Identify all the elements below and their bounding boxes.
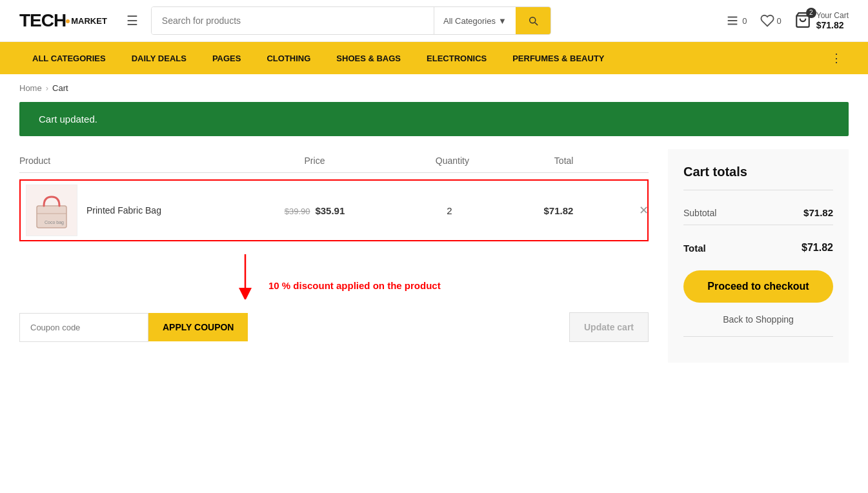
cart-total-group: Your Cart $71.82 <box>816 11 849 30</box>
main-content: Product Price Quantity Total <box>0 149 868 388</box>
compare-icon-group[interactable]: 0 <box>725 14 747 28</box>
cart-row: Coco bag Printed Fabric Bag $39.90 $35.9… <box>19 179 649 241</box>
apply-coupon-button[interactable]: Apply coupon <box>148 313 248 341</box>
header: TECH MARKET ☰ All Categories ▼ 0 <box>0 0 868 42</box>
logo-market-text: MARKET <box>71 16 107 26</box>
svg-text:Coco bag: Coco bag <box>45 220 64 225</box>
subtotal-row: Subtotal $71.82 <box>683 201 833 225</box>
cart-icon-group[interactable]: 2 Your Cart $71.82 <box>794 11 849 30</box>
totals-divider-1 <box>683 190 833 190</box>
search-bar: All Categories ▼ <box>151 6 551 35</box>
coupon-input[interactable] <box>19 313 148 342</box>
nav-item-clothing[interactable]: CLOTHING <box>254 45 323 72</box>
logo[interactable]: TECH MARKET <box>19 10 107 31</box>
nav-item-shoes-bags[interactable]: SHOES & BAGS <box>323 45 414 72</box>
breadcrumb-home[interactable]: Home <box>19 83 42 93</box>
col-header-remove <box>623 156 649 166</box>
search-button[interactable] <box>516 7 550 34</box>
search-input[interactable] <box>152 7 434 34</box>
subtotal-label: Subtotal <box>683 208 716 218</box>
totals-divider-3 <box>683 336 833 337</box>
qty-cell: 2 <box>398 205 501 216</box>
col-header-quantity: Quantity <box>400 156 505 166</box>
back-to-shopping-link[interactable]: Back to Shopping <box>683 310 833 328</box>
cart-product-row-wrapper: Coco bag Printed Fabric Bag $39.90 $35.9… <box>19 173 649 248</box>
breadcrumb-separator: › <box>46 83 48 93</box>
breadcrumb: Home › Cart <box>0 74 868 102</box>
cart-total-price: $71.82 <box>816 20 849 30</box>
logo-dot <box>66 19 70 23</box>
nav-item-all-categories[interactable]: ALL CATEGORIES <box>19 45 119 72</box>
hamburger-menu-icon[interactable]: ☰ <box>126 13 138 28</box>
discount-annotation: 10 % discount applied on the product <box>19 254 649 299</box>
totals-divider-2 <box>683 225 833 225</box>
total-value: $71.82 <box>802 242 833 254</box>
total-label: Total <box>683 243 706 254</box>
nav-bar: ALL CATEGORIES DAILY DEALS PAGES CLOTHIN… <box>0 42 868 74</box>
product-cell: Coco bag Printed Fabric Bag <box>26 185 231 236</box>
cart-totals-title: Cart totals <box>683 165 833 179</box>
nav-item-pages[interactable]: PAGES <box>199 45 254 72</box>
heart-icon <box>760 14 774 28</box>
cart-totals: Cart totals Subtotal $71.82 Total $71.82… <box>668 149 849 363</box>
bag-image-svg: Coco bag <box>29 188 74 233</box>
cart-updated-banner: Cart updated. <box>19 102 849 136</box>
nav-item-daily-deals[interactable]: DAILY DEALS <box>119 45 199 72</box>
breadcrumb-current: Cart <box>52 83 68 93</box>
col-header-product: Product <box>19 156 229 166</box>
checkout-button[interactable]: Proceed to checkout <box>683 270 833 303</box>
cart-updated-message: Cart updated. <box>39 114 97 125</box>
remove-button[interactable]: ✕ <box>639 203 649 217</box>
header-icons: 0 0 2 Your Cart $71.82 <box>725 11 849 30</box>
wishlist-icon-group[interactable]: 0 <box>760 14 782 28</box>
discount-arrow-icon <box>226 254 265 299</box>
total-row: Total $71.82 <box>683 236 833 260</box>
subtotal-value: $71.82 <box>803 207 833 218</box>
price-cell: $39.90 $35.91 <box>237 205 392 216</box>
compare-icon <box>725 14 740 28</box>
compare-count: 0 <box>742 16 747 26</box>
chevron-down-icon: ▼ <box>498 16 507 26</box>
cart-actions: Apply coupon Update cart <box>19 312 649 342</box>
cart-icon-wrap: 2 <box>794 12 811 30</box>
nav-item-electronics[interactable]: ELECTRONICS <box>414 45 500 72</box>
logo-tech-text: TECH <box>19 10 66 31</box>
product-name: Printed Fabric Bag <box>86 205 161 216</box>
category-dropdown[interactable]: All Categories ▼ <box>434 7 516 34</box>
price-sale: $35.91 <box>315 205 345 216</box>
price-original: $39.90 <box>285 206 310 216</box>
cart-table-header: Product Price Quantity Total <box>19 149 649 173</box>
discount-annotation-text: 10 % discount applied on the product <box>268 254 441 291</box>
total-cell: $71.82 <box>507 205 610 216</box>
cart-count-badge: 2 <box>806 8 816 18</box>
wishlist-count: 0 <box>777 16 782 26</box>
category-label: All Categories <box>443 16 496 26</box>
update-cart-button[interactable]: Update cart <box>569 312 649 342</box>
cart-table: Product Price Quantity Total <box>19 149 649 363</box>
nav-item-perfumes-beauty[interactable]: PERFUMES & BEAUTY <box>500 45 617 72</box>
your-cart-label: Your Cart <box>816 11 849 20</box>
search-icon <box>527 15 539 26</box>
col-header-total: Total <box>511 156 616 166</box>
qty-value: 2 <box>447 205 452 216</box>
col-header-price: Price <box>236 156 393 166</box>
nav-more-icon[interactable]: ⋮ <box>824 42 849 74</box>
product-image: Coco bag <box>26 185 77 236</box>
